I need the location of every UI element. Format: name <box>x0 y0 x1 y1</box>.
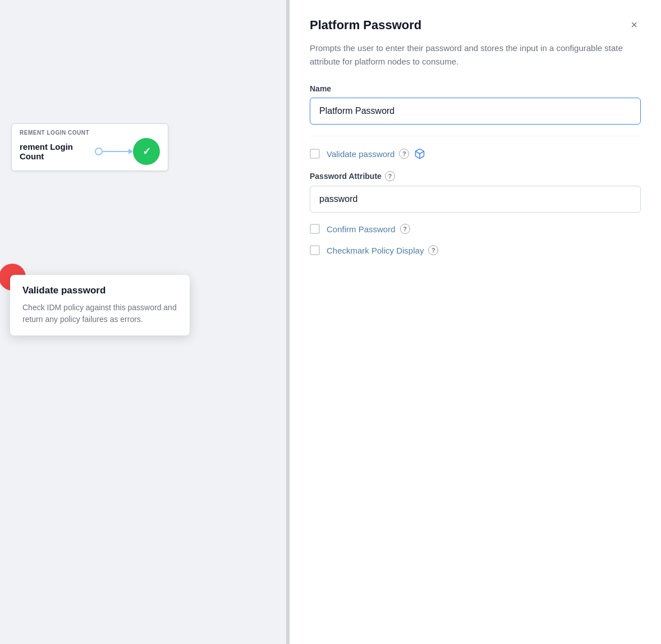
password-attribute-input[interactable] <box>310 186 641 213</box>
tooltip-title: Validate password <box>22 285 177 296</box>
cube-icon <box>414 148 426 160</box>
tooltip-box: Validate password Check IDM policy again… <box>10 275 190 335</box>
node-label-small: REMENT LOGIN COUNT <box>20 130 160 136</box>
section-divider <box>310 136 641 136</box>
checkmark-policy-row: Checkmark Policy Display ? <box>310 245 641 255</box>
panel-title: Platform Password <box>310 18 421 33</box>
panel-description: Prompts the user to enter their password… <box>310 42 641 68</box>
name-label: Name <box>310 84 641 93</box>
panel-header: Platform Password × <box>310 18 641 33</box>
connector-dot <box>95 148 103 155</box>
green-circle-node[interactable]: ✓ <box>133 138 160 165</box>
checkmark-policy-checkbox[interactable] <box>310 245 320 255</box>
confirm-password-checkbox[interactable] <box>310 224 320 234</box>
validate-password-text: Validate password <box>327 149 394 159</box>
confirm-password-label[interactable]: Confirm Password ? <box>327 224 410 234</box>
password-attribute-section: Password Attribute ? <box>310 171 641 213</box>
validate-password-checkbox[interactable] <box>310 149 320 159</box>
checkmark-policy-text: Checkmark Policy Display <box>327 246 424 255</box>
confirm-password-help-icon[interactable]: ? <box>400 224 410 234</box>
name-input[interactable] <box>310 98 641 125</box>
right-panel: Platform Password × Prompts the user to … <box>290 0 661 644</box>
validate-password-row: Validate password ? <box>310 148 641 160</box>
tooltip-description: Check IDM policy against this password a… <box>22 302 177 325</box>
checkmark-policy-help-icon[interactable]: ? <box>428 245 438 255</box>
confirm-password-text: Confirm Password <box>327 224 396 234</box>
node-increment[interactable]: REMENT LOGIN COUNT rement Login Count ✓ <box>11 123 168 171</box>
arrow-line <box>103 151 128 152</box>
connector-arrow <box>90 148 133 155</box>
canvas-area: REMENT LOGIN COUNT rement Login Count ✓ … <box>0 0 286 644</box>
node-label-main: rement Login Count <box>20 142 86 161</box>
name-field-section: Name <box>310 84 641 125</box>
confirm-password-row: Confirm Password ? <box>310 224 641 234</box>
password-attribute-label: Password Attribute ? <box>310 171 641 181</box>
validate-password-help-icon[interactable]: ? <box>399 149 409 159</box>
close-button[interactable]: × <box>627 18 641 31</box>
arrow-head <box>128 149 133 154</box>
password-attribute-help-icon[interactable]: ? <box>385 171 395 181</box>
checkmark-policy-label[interactable]: Checkmark Policy Display ? <box>327 245 438 255</box>
validate-password-label[interactable]: Validate password ? <box>327 148 426 160</box>
